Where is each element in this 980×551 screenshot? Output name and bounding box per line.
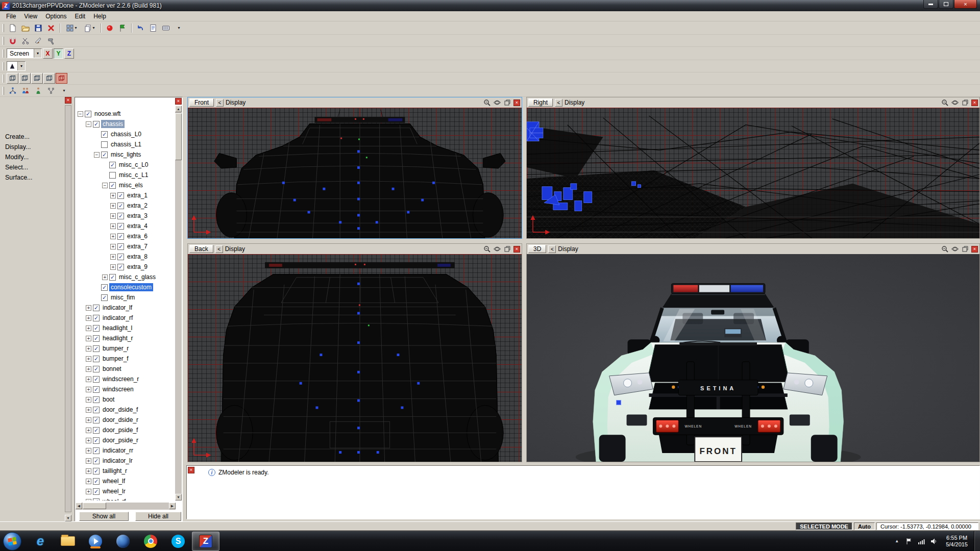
taskbar-ie-button[interactable]: e xyxy=(27,532,54,551)
tree-expand-toggle[interactable]: + xyxy=(110,213,116,219)
tree-expand-toggle[interactable]: + xyxy=(110,234,116,239)
scissors-tool-button[interactable] xyxy=(19,35,32,46)
tree-expand-toggle[interactable]: − xyxy=(86,121,91,127)
tree-item-label[interactable]: misc_c_L0 xyxy=(117,161,150,169)
scene-overflow-button[interactable]: ▾ xyxy=(58,85,70,96)
toolbar-grip[interactable] xyxy=(3,37,4,45)
tree-expand-toggle[interactable]: + xyxy=(86,366,91,372)
tree-row[interactable]: ✓ consolecustom xyxy=(76,282,176,292)
tree-item-label[interactable]: indicator_lf xyxy=(101,304,134,312)
undo-button[interactable] xyxy=(134,22,146,34)
tree-row[interactable]: + ✓ windscreen_r xyxy=(76,374,176,384)
tree-item-label[interactable]: misc_fim xyxy=(109,293,136,302)
tree-visibility-checkbox[interactable]: ✓ xyxy=(117,203,124,209)
show-all-button[interactable]: Show all xyxy=(79,512,129,521)
primitive-combobox[interactable]: ▾ xyxy=(7,61,26,71)
tree-item-label[interactable]: misc_c_glass xyxy=(117,273,157,281)
tree-visibility-checkbox[interactable]: ✓ xyxy=(93,417,100,423)
command-panel-item[interactable]: Modify... xyxy=(5,152,61,162)
tree-visibility-checkbox[interactable]: ✓ xyxy=(93,427,100,434)
viewport-display-menu[interactable]: Display xyxy=(226,99,246,106)
tree-visibility-checkbox[interactable]: ✓ xyxy=(101,152,108,158)
taskbar-explorer-button[interactable] xyxy=(54,532,82,551)
tree-row[interactable]: + ✓ door_dside_r xyxy=(76,415,176,425)
clone-view-button[interactable]: ▾ xyxy=(81,22,98,34)
tree-expand-toggle[interactable]: + xyxy=(86,315,91,321)
viewport-3d-canvas[interactable]: SETINA WHELEN WHELEN FRONT xyxy=(527,254,979,462)
tree-item-label[interactable]: headlight_r xyxy=(101,334,134,342)
tree-item-label[interactable]: door_pside_r xyxy=(101,436,140,444)
close-button[interactable]: × xyxy=(954,0,977,9)
viewport-collapse-button[interactable]: < xyxy=(555,99,562,107)
knife-tool-button[interactable] xyxy=(32,35,44,46)
tree-item-label[interactable]: chassis_L0 xyxy=(109,130,143,138)
tree-row[interactable]: − ✓ chassis xyxy=(76,119,176,129)
scroll-thumb[interactable] xyxy=(175,113,182,160)
command-panel-item[interactable]: Display... xyxy=(5,142,61,152)
toolbar-grip[interactable] xyxy=(3,49,4,58)
tree-row[interactable]: ✓ chassis_L0 xyxy=(76,129,176,139)
hide-all-button[interactable]: Hide all xyxy=(135,512,181,521)
tree-visibility-checkbox[interactable]: ✓ xyxy=(117,243,124,250)
tree-visibility-checkbox[interactable]: ✓ xyxy=(117,254,124,260)
tree-row[interactable]: + ✓ taillight_r xyxy=(76,466,176,476)
tree-row[interactable]: + ✓ extra_6 xyxy=(76,231,176,241)
viewport-close-button[interactable]: × xyxy=(971,99,978,106)
keypad-button[interactable] xyxy=(160,22,172,34)
tree-visibility-checkbox[interactable]: ✓ xyxy=(109,274,116,281)
tree-item-label[interactable]: chassis xyxy=(101,120,125,128)
hierarchy-button[interactable] xyxy=(7,85,19,96)
tree-expand-toggle[interactable]: + xyxy=(110,254,116,260)
tree-row[interactable]: + ✓ door_dside_f xyxy=(76,405,176,415)
left-scrollbar-track[interactable] xyxy=(65,105,71,512)
tree-visibility-checkbox[interactable]: ✓ xyxy=(93,315,100,321)
tree-visibility-checkbox[interactable]: ✓ xyxy=(93,396,100,403)
hierarchy-close-button[interactable]: × xyxy=(175,98,182,105)
tree-row[interactable]: ✓ misc_c_L0 xyxy=(76,160,176,170)
taskbar-skype-button[interactable]: S xyxy=(164,532,192,551)
minimize-button[interactable] xyxy=(923,0,938,9)
tree-item-label[interactable]: door_pside_f xyxy=(101,426,139,434)
tree-expand-toggle[interactable]: + xyxy=(110,203,116,209)
tree-row[interactable]: + ✓ indicator_rf xyxy=(76,313,176,323)
tree-item-label[interactable]: chassis_L1 xyxy=(109,140,143,148)
tree-item-label[interactable]: indicator_lr xyxy=(101,457,134,465)
tree-visibility-checkbox[interactable]: ✓ xyxy=(109,162,116,168)
tree-visibility-checkbox[interactable]: ✓ xyxy=(93,458,100,464)
tree-visibility-checkbox[interactable]: ✓ xyxy=(93,325,100,332)
tree-row[interactable]: + ✓ extra_3 xyxy=(76,211,176,221)
tree-item-label[interactable]: wheel_lf xyxy=(101,477,127,485)
command-panel-item[interactable]: Create... xyxy=(5,132,61,142)
tree-visibility-checkbox[interactable]: ✓ xyxy=(93,407,100,413)
tree-expand-toggle[interactable]: + xyxy=(110,193,116,198)
tree-expand-toggle[interactable]: + xyxy=(86,397,91,403)
flag-button[interactable] xyxy=(116,22,129,34)
tree-visibility-checkbox[interactable]: ✓ xyxy=(117,213,124,219)
toolbar-grip[interactable] xyxy=(3,87,4,95)
tree-item-label[interactable]: extra_1 xyxy=(126,191,149,199)
tree-expand-toggle[interactable]: + xyxy=(86,325,91,331)
tree-row[interactable]: + ✓ headlight_l xyxy=(76,323,176,333)
tree-row[interactable]: misc_c_L1 xyxy=(76,170,176,180)
tree-item-label[interactable]: consolecustom xyxy=(109,283,153,291)
tree-row[interactable]: + ✓ boot xyxy=(76,394,176,405)
tree-item-label[interactable]: misc_lights xyxy=(109,151,142,159)
viewport-collapse-button[interactable]: < xyxy=(216,99,224,107)
tree-item-label[interactable]: extra_2 xyxy=(126,202,149,210)
tree-visibility-checkbox[interactable]: ✓ xyxy=(101,131,108,138)
tree-item-label[interactable]: windscreen xyxy=(101,385,135,393)
scroll-up-button[interactable]: ▲ xyxy=(175,106,182,112)
tree-visibility-checkbox[interactable]: ✓ xyxy=(117,264,124,270)
axis-x-toggle[interactable]: X xyxy=(43,48,53,59)
tree-expand-toggle[interactable]: + xyxy=(86,468,91,474)
toolbar-grip[interactable] xyxy=(3,74,4,83)
viewport-orbit-button[interactable] xyxy=(493,245,501,253)
viewport-maximize-button[interactable] xyxy=(961,99,969,107)
tree-row[interactable]: + ✓ wheel_rf xyxy=(76,496,176,500)
tree-row[interactable]: + ✓ extra_4 xyxy=(76,221,176,231)
tree-row[interactable]: + ✓ extra_9 xyxy=(76,262,176,272)
tree-expand-toggle[interactable]: + xyxy=(102,274,108,280)
tree-expand-toggle[interactable]: + xyxy=(86,377,91,382)
viewport-display-menu[interactable]: Display xyxy=(558,245,578,253)
viewport-orbit-button[interactable] xyxy=(951,245,959,253)
